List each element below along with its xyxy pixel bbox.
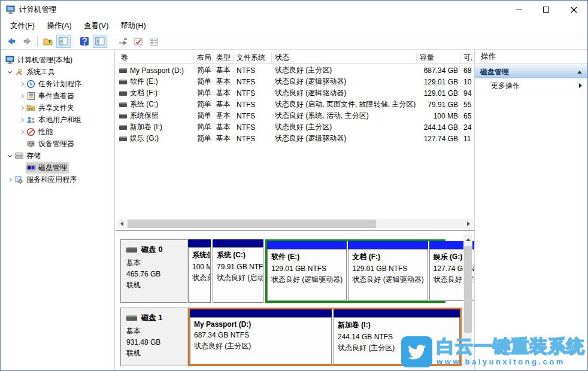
column-header-capacity[interactable]: 容量: [417, 52, 460, 63]
partition-status: 状态良好 (逻辑驱动器): [271, 275, 343, 285]
tree-item-local-users-and-groups[interactable]: 本地用户和组: [1, 114, 114, 126]
back-button[interactable]: [4, 35, 19, 48]
scroll-up-button[interactable]: [463, 235, 473, 244]
vertical-scrollbar-thumb[interactable]: [464, 246, 472, 333]
cell-status: 状态良好 (主分区): [272, 65, 417, 75]
shared-folders-icon: [26, 103, 36, 112]
show-console-tree-button[interactable]: [56, 35, 71, 48]
disk-size: 465.76 GB: [126, 270, 181, 278]
tree-item-label: 磁盘管理: [38, 163, 67, 173]
maximize-button[interactable]: [532, 1, 560, 19]
column-header-type[interactable]: 类型: [213, 52, 234, 63]
volume-row-i[interactable]: 新加卷 (I:) 简单 基本 NTFS 状态良好 (主分区) 244.14 GB…: [118, 121, 472, 133]
action-arrow-button[interactable]: [116, 35, 130, 48]
chevron-down-icon[interactable]: [5, 155, 14, 157]
volume-name: My Passport (D:): [130, 66, 184, 75]
logical-partition-bar: [267, 241, 347, 249]
disk-status: 联机: [126, 280, 181, 290]
toolbar-separator: [74, 36, 74, 47]
disk-1-label[interactable]: 磁盘 1 基本 931.48 GB 联机: [120, 308, 187, 366]
disk-status: 联机: [126, 348, 181, 358]
show-action-pane-icon: [95, 37, 105, 45]
watermark: 白云一键重装系统 www.baiyunxitong.com: [401, 336, 585, 367]
tree-item-event-viewer[interactable]: 事件查看器: [1, 90, 114, 102]
volume-row-f[interactable]: 文档 (F:) 简单 基本 NTFS 状态良好 (逻辑驱动器) 129.01 G…: [118, 87, 472, 99]
disk-management-pane: 卷 布局 类型 文件系统 状态 容量 可用 My Passport (D:) 简…: [116, 50, 474, 370]
partition-label: 软件 (E:): [271, 252, 343, 262]
horizontal-scrollbar-thumb[interactable]: [128, 220, 376, 228]
partition-status: 状态良好 (逻辑驱动器): [352, 275, 423, 285]
chevron-right-icon[interactable]: [5, 178, 14, 181]
tree-item-label: 设备管理器: [38, 139, 74, 149]
volume-row-e[interactable]: 软件 (E:) 简单 基本 NTFS 状态良好 (逻辑驱动器) 129.01 G…: [118, 76, 472, 87]
column-header-filesystem[interactable]: 文件系统: [234, 52, 272, 63]
partition-system-reserved[interactable]: 系统保留 100 MB 状态良好 (系统, 活动, 主分区): [188, 239, 211, 303]
column-header-free[interactable]: 可用: [460, 52, 472, 63]
primary-partition-bar: [334, 309, 460, 317]
volume-row-c[interactable]: 系统 (C:) 简单 基本 NTFS 状态良好 (启动, 页面文件, 故障转储,…: [118, 99, 472, 110]
more-actions-item[interactable]: 更多操作: [475, 78, 587, 93]
up-folder-button[interactable]: [41, 35, 55, 48]
primary-partition-bar: [190, 309, 332, 317]
minimize-button[interactable]: [505, 1, 532, 19]
help-button[interactable]: [77, 35, 92, 48]
tree-item-computer-management-local[interactable]: 计算机管理(本地): [1, 54, 114, 66]
column-header-status[interactable]: 状态: [272, 52, 417, 63]
tree-item-disk-management[interactable]: 磁盘管理: [1, 162, 114, 174]
actions-section-disk-management[interactable]: 磁盘管理: [475, 65, 587, 78]
primary-partition-bar: [213, 239, 263, 247]
tree-item-performance[interactable]: 性能: [1, 126, 114, 138]
chevron-right-icon[interactable]: [17, 107, 26, 110]
tree-item-task-scheduler[interactable]: 任务计划程序: [1, 78, 114, 90]
disk-0-label[interactable]: 磁盘 0 基本 465.76 GB 联机: [120, 239, 187, 303]
scroll-up-icon: [466, 238, 471, 241]
menu-action[interactable]: 操作(A): [41, 19, 78, 34]
scroll-left-button[interactable]: [117, 219, 126, 229]
menu-file[interactable]: 文件(F): [4, 19, 41, 34]
menu-help[interactable]: 帮助(H): [114, 19, 151, 34]
primary-partition-bar: [188, 239, 211, 247]
checked-document-button[interactable]: [131, 35, 146, 48]
volume-row-system-reserved[interactable]: 系统保留 简单 基本 NTFS 状态良好 (系统, 活动, 主分区) 100 M…: [118, 110, 472, 121]
volume-row-d[interactable]: My Passport (D:) 简单 基本 NTFS 状态良好 (主分区) 6…: [118, 65, 472, 76]
collapse-icon[interactable]: [577, 71, 582, 74]
show-action-pane-button[interactable]: [93, 35, 107, 48]
column-header-layout[interactable]: 布局: [194, 52, 213, 63]
more-actions-label: 更多操作: [491, 81, 520, 91]
tree-item-label: 本地用户和组: [38, 115, 81, 125]
menu-view[interactable]: 查看(V): [78, 19, 115, 34]
chevron-down-icon[interactable]: [5, 71, 14, 73]
chevron-right-icon[interactable]: [17, 95, 26, 98]
column-header-volume[interactable]: 卷: [118, 52, 194, 63]
tree-item-storage[interactable]: 存储: [1, 150, 114, 162]
tree-item-system-tools[interactable]: 系统工具: [1, 66, 114, 78]
partition-c[interactable]: 系统 (C:) 79.91 GB NTFS 状态良好 (启动, 页面文件, 故障…: [213, 239, 263, 303]
close-button[interactable]: [560, 1, 587, 19]
tree-item-services-and-applications[interactable]: 服务和应用程序: [1, 174, 114, 186]
actions-pane: 操作 磁盘管理 更多操作: [474, 50, 587, 370]
performance-icon: [26, 127, 36, 136]
partition-e[interactable]: 软件 (E:) 129.01 GB NTFS 状态良好 (逻辑驱动器): [267, 241, 347, 301]
forward-button[interactable]: [20, 35, 34, 48]
volume-name: 系统保留: [130, 111, 159, 121]
volume-row-g[interactable]: 娱乐 (G:) 简单 基本 NTFS 状态良好 (逻辑驱动器) 127.74 G…: [118, 133, 472, 144]
volume-name: 新加卷 (I:): [130, 122, 162, 132]
task-scheduler-icon: [26, 79, 36, 89]
partition-d[interactable]: My Passport (D:) 687.34 GB NTFS 状态良好 (主分…: [190, 309, 332, 364]
maximize-icon: [543, 7, 549, 13]
cell-free: 11: [460, 135, 472, 143]
local-users-icon: [26, 115, 36, 124]
chevron-right-icon[interactable]: [17, 118, 26, 121]
checklist-button[interactable]: [147, 35, 161, 48]
cell-filesystem: NTFS: [234, 101, 272, 109]
scroll-right-button[interactable]: [463, 219, 473, 229]
chevron-right-icon[interactable]: [17, 83, 26, 86]
volume-name: 文档 (F:): [130, 88, 157, 98]
chevron-right-icon[interactable]: [17, 130, 26, 133]
tree-item-shared-folders[interactable]: 共享文件夹: [1, 102, 114, 114]
horizontal-scrollbar[interactable]: [117, 219, 473, 229]
partition-size: 129.01 GB NTFS: [352, 264, 423, 273]
actions-section-label: 磁盘管理: [480, 67, 509, 77]
partition-f[interactable]: 文档 (F:) 129.01 GB NTFS 状态良好 (逻辑驱动器): [348, 241, 428, 301]
tree-item-device-manager[interactable]: 设备管理器: [1, 138, 114, 150]
